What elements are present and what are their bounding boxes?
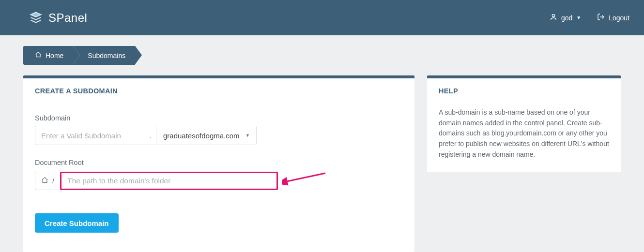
subdomain-row: . graduatesofdogma.com [35, 126, 403, 145]
top-bar: SPanel god ▼ Logout [0, 0, 644, 35]
svg-line-2 [285, 173, 325, 182]
help-panel: HELP A sub-domain is a sub-name based on… [427, 75, 621, 172]
help-body: A sub-domain is a sub-name based on one … [439, 107, 609, 160]
panel-title: CREATE A SUBDOMAIN [35, 87, 403, 95]
create-subdomain-panel: CREATE A SUBDOMAIN Subdomain . graduates… [23, 75, 414, 252]
subdomain-input[interactable] [35, 126, 156, 145]
breadcrumb: Home Subdomains [23, 46, 630, 65]
home-icon [41, 177, 48, 185]
user-icon [550, 13, 557, 22]
brand-icon [29, 11, 44, 25]
brand-text: SPanel [48, 11, 87, 25]
breadcrumb-current[interactable]: Subdomains [73, 46, 135, 65]
home-icon [35, 51, 42, 59]
docroot-prefix: / [35, 172, 60, 190]
breadcrumb-home-label: Home [46, 52, 63, 59]
breadcrumb-current-label: Subdomains [88, 52, 125, 59]
docroot-slash: / [52, 177, 54, 185]
docroot-input[interactable] [60, 172, 278, 190]
create-subdomain-button[interactable]: Create Subdomain [35, 213, 119, 233]
docroot-label: Document Root [35, 159, 403, 166]
brand[interactable]: SPanel [29, 11, 87, 25]
svg-point-0 [552, 15, 554, 17]
subdomain-label: Subdomain [35, 114, 403, 122]
breadcrumb-home[interactable]: Home [23, 46, 73, 65]
caret-down-icon: ▼ [576, 15, 581, 20]
docroot-row: / [35, 170, 403, 191]
logout-label: Logout [609, 14, 629, 22]
logout-link[interactable]: Logout [589, 13, 629, 22]
logout-icon [597, 13, 605, 22]
username: god [561, 14, 572, 22]
user-dropdown[interactable]: god ▼ [550, 13, 589, 22]
domain-select[interactable]: graduatesofdogma.com [156, 126, 257, 145]
annotation-arrow [282, 170, 330, 191]
help-title: HELP [439, 87, 609, 95]
topbar-right: god ▼ Logout [550, 13, 629, 22]
